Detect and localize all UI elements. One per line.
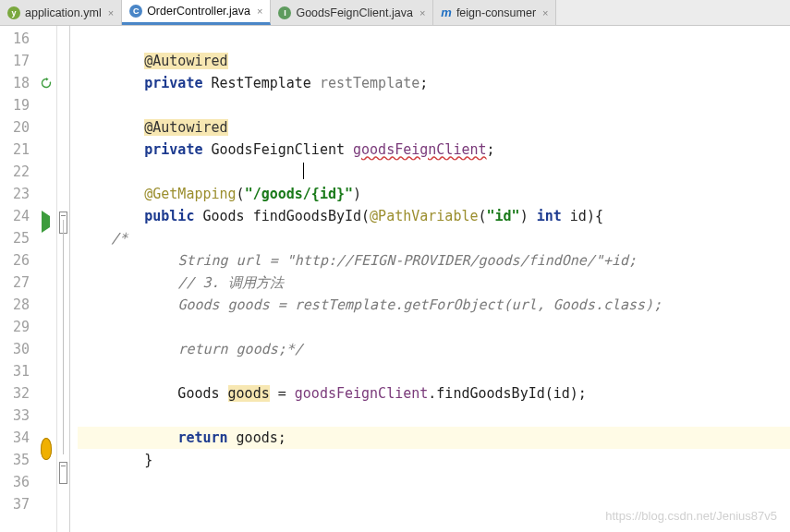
annotation: @Autowired — [144, 53, 227, 69]
code-line[interactable] — [78, 471, 790, 493]
line-number: 24 — [0, 205, 35, 227]
line-number: 30 — [0, 338, 35, 360]
run-icon[interactable] — [42, 211, 50, 233]
code-line[interactable] — [78, 360, 790, 382]
java-interface-icon: I — [278, 6, 291, 19]
code-line[interactable]: // 3. 调用方法 — [78, 272, 790, 294]
line-number: 35 — [0, 449, 35, 471]
line-number: 16 — [0, 28, 35, 50]
close-icon[interactable]: × — [542, 7, 548, 18]
line-number: 29 — [0, 316, 35, 338]
code-line[interactable] — [78, 405, 790, 427]
code-line[interactable] — [78, 28, 790, 50]
tab-label: OrderController.java — [147, 5, 250, 18]
recycle-icon — [35, 72, 56, 94]
line-number-gutter: 1617181920212223242526272829303132333435… — [0, 26, 35, 532]
line-number: 32 — [0, 382, 35, 405]
maven-module-icon: m — [441, 6, 452, 19]
code-line[interactable]: @Autowired — [78, 50, 790, 72]
code-area[interactable]: @Autowired private RestTemplate restTemp… — [70, 26, 790, 532]
line-number: 33 — [0, 405, 35, 427]
tab-ordercontroller[interactable]: C OrderController.java × — [122, 0, 271, 25]
line-number: 25 — [0, 227, 35, 249]
code-editor[interactable]: 1617181920212223242526272829303132333435… — [0, 26, 790, 532]
line-number: 21 — [0, 139, 35, 161]
code-line[interactable]: return goods; — [78, 427, 790, 449]
line-number: 22 — [0, 161, 35, 183]
code-line[interactable] — [78, 316, 790, 338]
tab-goodsfeignclient[interactable]: I GoodsFeignClient.java × — [271, 0, 433, 25]
tab-application-yml[interactable]: y application.yml × — [0, 0, 122, 25]
java-class-icon: C — [129, 5, 142, 18]
tab-label: GoodsFeignClient.java — [296, 6, 412, 19]
code-line[interactable]: private GoodsFeignClient goodsFeignClien… — [78, 139, 790, 161]
tab-feign-consumer[interactable]: m feign-consumer × — [433, 0, 556, 25]
code-line[interactable]: Goods goods = goodsFeignClient.findGoods… — [78, 382, 790, 405]
line-number: 28 — [0, 294, 35, 316]
code-line[interactable]: private RestTemplate restTemplate; — [78, 72, 790, 94]
code-line[interactable]: @GetMapping("/goods/{id}") — [78, 183, 790, 205]
code-line[interactable]: public Goods findGoodsById(@PathVariable… — [78, 205, 790, 227]
line-number: 17 — [0, 50, 35, 72]
lightbulb-icon[interactable] — [41, 438, 52, 460]
line-number: 19 — [0, 94, 35, 116]
line-number: 20 — [0, 116, 35, 139]
line-number: 31 — [0, 360, 35, 382]
line-number: 23 — [0, 183, 35, 205]
close-icon[interactable]: × — [257, 6, 262, 17]
line-number: 27 — [0, 272, 35, 294]
fold-toggle-icon[interactable] — [59, 462, 67, 484]
close-icon[interactable]: × — [108, 7, 114, 18]
line-number: 37 — [0, 493, 35, 515]
yml-file-icon: y — [7, 6, 20, 19]
line-number: 26 — [0, 249, 35, 272]
line-number: 34 — [0, 427, 35, 449]
tab-label: application.yml — [25, 6, 102, 19]
code-line[interactable] — [78, 94, 790, 116]
line-number — [0, 515, 35, 532]
line-number: 18 — [0, 72, 35, 94]
close-icon[interactable]: × — [419, 7, 425, 18]
code-line[interactable]: /* — [78, 227, 790, 249]
editor-tab-bar: y application.yml × C OrderController.ja… — [0, 0, 790, 26]
fold-gutter — [57, 26, 70, 532]
annotation: @Autowired — [144, 119, 227, 136]
watermark: https://blog.csdn.net/Jenius87v5 — [605, 509, 777, 523]
code-line[interactable]: String url = "http://FEIGN-PROVIDER/good… — [78, 249, 790, 272]
code-line[interactable]: } — [78, 449, 790, 471]
marker-gutter — [35, 26, 57, 532]
tab-label: feign-consumer — [456, 6, 536, 19]
line-number: 36 — [0, 471, 35, 493]
text-cursor — [303, 163, 304, 179]
code-line[interactable] — [78, 161, 790, 183]
code-line[interactable]: @Autowired — [78, 116, 790, 139]
code-line[interactable]: Goods goods = restTemplate.getForObject(… — [78, 294, 790, 316]
code-line[interactable]: return goods;*/ — [78, 338, 790, 360]
